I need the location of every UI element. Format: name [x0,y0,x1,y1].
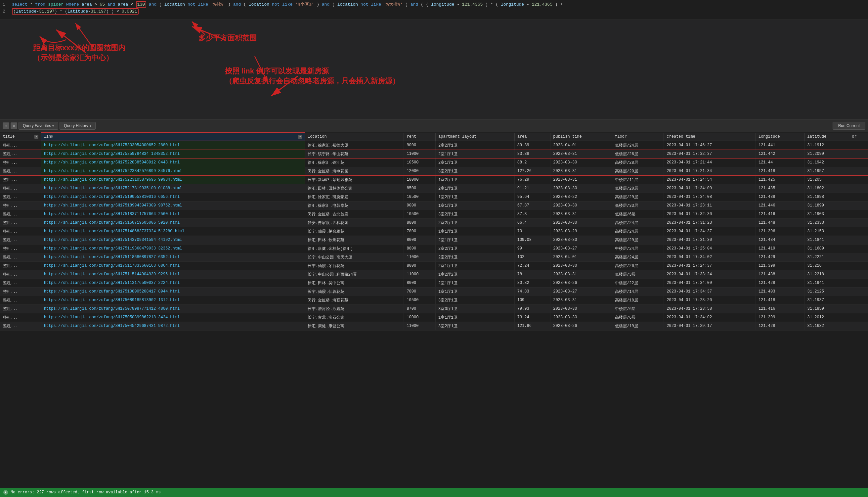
table-row: 整租...https://sh.lianjia.com/zufang/SH175… [0,158,868,167]
cell-17-11 [849,287,868,296]
cell-7-1[interactable]: https://sh.lianjia.com/zufang/SH17518994… [41,201,305,210]
cell-20-3: 10000 [404,313,436,322]
table-row: 整租...https://sh.lianjia.com/zufang/SH175… [0,244,868,253]
col-rent: rent [404,133,436,141]
table-row: 整租...https://sh.lianjia.com/zufang/SH175… [0,296,868,304]
status-text: No errors; 227 rows affected, first row … [11,490,161,495]
cell-12-1[interactable]: https://sh.lianjia.com/zufang/SH17511936… [41,244,305,253]
cell-8-10: 31.1903 [805,210,849,218]
cell-21-1[interactable]: https://sh.lianjia.com/zufang/SH17504542… [41,322,305,330]
cell-18-1[interactable]: https://sh.lianjia.com/zufang/SH17508918… [41,296,305,304]
cell-19-10: 31.1859 [805,304,849,313]
col-latitude: latitude [805,133,849,141]
cell-14-7: 高楼层/26层 [612,261,664,270]
sql-content-2: (latitude-31.197) * (latitude-31.197) ) … [12,8,139,15]
query-history-button[interactable]: Query History ▾ [60,122,95,130]
settings-icon[interactable]: ⚙ [11,123,17,129]
cell-19-1[interactable]: https://sh.lianjia.com/zufang/SH17507898… [41,304,305,313]
cell-21-6: 2023-03-26 [550,322,612,330]
cell-5-1[interactable]: https://sh.lianjia.com/zufang/SH17521781… [41,184,305,193]
cell-17-8: 2023-04-01 17:34:37 [664,287,756,296]
cell-9-2: 静安.曹家渡.四和花园 [305,218,404,227]
cell-5-9: 121.435 [755,184,805,193]
cell-0-1[interactable]: https://sh.lianjia.com/zufang/SH17530305… [41,141,305,150]
chevron-history: ▾ [90,124,91,128]
cell-18-11 [849,296,868,304]
cell-9-4: 2室2厅1卫 [436,218,515,227]
cell-12-3: 8800 [404,244,436,253]
table-row: 整租...https://sh.lianjia.com/zufang/SH175… [0,218,868,227]
cell-5-2: 徐汇.田林.田林体育公寓 [305,184,404,193]
cell-0-5: 89.39 [515,141,550,150]
cell-20-1[interactable]: https://sh.lianjia.com/zufang/SH17505089… [41,313,305,322]
cell-11-3: 8000 [404,236,436,244]
cell-11-2: 徐汇.田林.钦州花苑 [305,236,404,244]
cell-20-11 [849,313,868,322]
cell-13-1[interactable]: https://sh.lianjia.com/zufang/SH17511868… [41,253,305,261]
cell-6-1[interactable]: https://sh.lianjia.com/zufang/SH17519055… [41,193,305,201]
cell-5-8: 2023-04-01 17:34:09 [664,184,756,193]
cell-2-8: 2023-04-01 17:21:44 [664,158,756,167]
col-link[interactable]: link▾ [41,133,305,141]
cell-16-1[interactable]: https://sh.lianjia.com/zufang/SH17511317… [41,279,305,287]
cell-21-9: 121.428 [755,322,805,330]
toolbar-left: ⊞ ⚙ Query Favorites ▾ Query History ▾ [3,122,831,130]
cell-8-8: 2023-04-01 17:32:30 [664,210,756,218]
col-publish-time: publish_time [550,133,612,141]
cell-15-1[interactable]: https://sh.lianjia.com/zufang/SH17511514… [41,270,305,279]
query-favorites-button[interactable]: Query Favorites ▾ [18,122,58,130]
table-row: 整租...https://sh.lianjia.com/zufang/SH175… [0,167,868,175]
cell-14-11 [849,261,868,270]
cell-1-1[interactable]: https://sh.lianjia.com/zufang/SH17525978… [41,150,305,158]
cell-16-9: 121.428 [755,279,805,287]
cell-4-1[interactable]: https://sh.lianjia.com/zufang/SH17522310… [41,175,305,184]
cell-13-10: 31.2221 [805,253,849,261]
cell-9-1[interactable]: https://sh.lianjia.com/zufang/SH17515071… [41,218,305,227]
cell-21-7: 低楼层/19层 [612,322,664,330]
cell-17-4: 1室1厅1卫 [436,287,515,296]
cell-14-2: 长宁.仙霞.茅台花苑 [305,261,404,270]
cell-15-6: 2023-03-31 [550,270,612,279]
cell-17-3: 7800 [404,287,436,296]
cell-10-1[interactable]: https://sh.lianjia.com/zufang/SH17514868… [41,227,305,236]
cell-16-3: 8000 [404,279,436,287]
cell-8-1[interactable]: https://sh.lianjia.com/zufang/SH17518371… [41,210,305,218]
cell-7-0: 整租... [0,201,41,210]
cell-5-5: 91.21 [515,184,550,193]
cell-17-6: 2023-03-27 [550,287,612,296]
cell-7-6: 2023-03-30 [550,201,612,210]
cell-15-5: 78 [515,270,550,279]
cell-15-0: 整租... [0,270,41,279]
cell-3-1[interactable]: https://sh.lianjia.com/zufang/SH17522384… [41,167,305,175]
cell-15-11 [849,270,868,279]
sql-editor[interactable]: 1 select * from spider where area > 65 a… [0,0,868,20]
cell-8-11 [849,210,868,218]
cell-8-6: 2023-03-31 [550,210,612,218]
cell-15-2: 长宁.中山公园.利西路24弄 [305,270,404,279]
cell-17-7: 高楼层/14层 [612,287,664,296]
cell-17-1[interactable]: https://sh.lianjia.com/zufang/SH17510800… [41,287,305,296]
cell-0-7: 低楼层/24层 [612,141,664,150]
grid-icon[interactable]: ⊞ [3,123,9,129]
cell-10-2: 长宁.仙霞.茅台雅苑 [305,227,404,236]
cell-3-6: 2023-03-31 [550,167,612,175]
cell-10-6: 2023-03-29 [550,227,612,236]
cell-2-3: 10500 [404,158,436,167]
cell-8-3: 10500 [404,210,436,218]
cell-3-2: 闵行.金虹桥.海申花园 [305,167,404,175]
cell-12-8: 2023-04-01 17:25:04 [664,244,756,253]
cell-10-5: 70 [515,227,550,236]
cell-11-1[interactable]: https://sh.lianjia.com/zufang/SH17514370… [41,236,305,244]
cell-14-1[interactable]: https://sh.lianjia.com/zufang/SH17511783… [41,261,305,270]
cell-12-0: 整租... [0,244,41,253]
cell-2-1[interactable]: https://sh.lianjia.com/zufang/SH17522838… [41,158,305,167]
cell-12-4: 2室2厅1卫 [436,244,515,253]
cell-20-2: 长宁.古北.宝石公寓 [305,313,404,322]
cell-3-3: 12000 [404,167,436,175]
cell-9-11 [849,218,868,227]
cell-16-2: 徐汇.田林.吴中公寓 [305,279,404,287]
run-current-button[interactable]: Run Current [833,122,865,130]
data-grid-container[interactable]: title▾ link▾ location rent apartment_lay… [0,132,868,497]
cell-16-4: 2室1厅1卫 [436,279,515,287]
cell-1-3: 11000 [404,150,436,158]
